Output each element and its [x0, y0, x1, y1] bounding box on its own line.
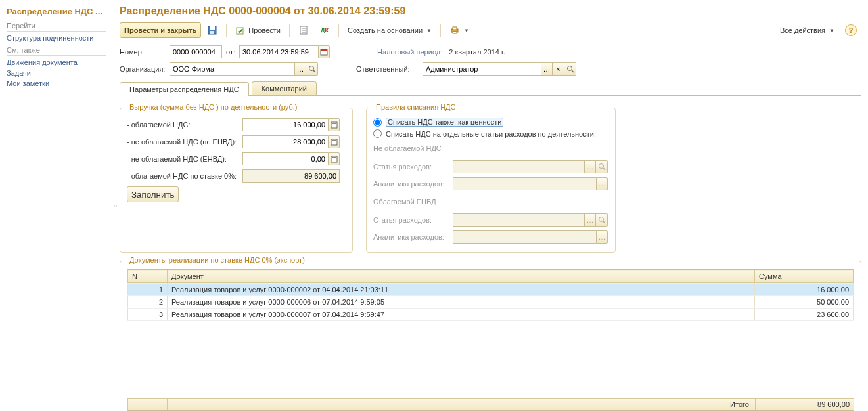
post-and-close-button[interactable]: Провести и закрыть	[120, 22, 201, 38]
org-select-button[interactable]: …	[294, 62, 306, 76]
splitter[interactable]: ⋮	[112, 0, 117, 411]
ellipsis-icon: …	[599, 180, 606, 188]
col-doc[interactable]: Документ	[168, 270, 755, 283]
create-based-on-label: Создать на основании	[348, 26, 423, 34]
responsible-input-group: … ×	[423, 62, 576, 76]
sidebar-link-tasks[interactable]: Задачи	[7, 68, 106, 78]
dtct-icon: ДК	[319, 25, 330, 35]
sidebar-section-see-also: См. также	[7, 43, 106, 56]
svg-rect-2	[210, 31, 214, 34]
table-row[interactable]: 2 Реализация товаров и услуг 0000-000006…	[128, 296, 854, 309]
vat-zero-input	[242, 169, 340, 183]
separator	[338, 24, 339, 37]
fill-button[interactable]: Заполнить	[127, 186, 179, 202]
writeoff-separate-label: Списать НДС на отдельные статьи расходов…	[386, 130, 596, 138]
help-button[interactable]: ?	[840, 22, 861, 38]
svg-line-14	[313, 70, 315, 72]
tab-comment[interactable]: Комментарий	[252, 81, 317, 95]
cell-doc: Реализация товаров и услуг 0000-000006 о…	[168, 296, 755, 309]
col-sum[interactable]: Сумма	[755, 270, 854, 283]
expense-item-open-1	[596, 160, 608, 173]
chevron-down-icon: ▼	[829, 28, 834, 33]
org-input[interactable]	[170, 62, 294, 76]
svg-point-15	[567, 66, 572, 71]
writeoff-separate-radio[interactable]	[373, 129, 382, 138]
number-input[interactable]	[170, 45, 222, 58]
separator	[440, 24, 441, 37]
tax-period-value: 2 квартал 2014 г.	[449, 48, 505, 56]
responsible-label: Ответственный:	[356, 65, 419, 73]
cell-sum: 50 000,00	[755, 296, 854, 309]
svg-rect-20	[332, 140, 336, 141]
ellipsis-icon: …	[297, 65, 304, 73]
expense-analytics-select-2: …	[596, 230, 608, 244]
cell-sum: 23 600,00	[755, 309, 854, 321]
svg-rect-3	[237, 28, 243, 34]
total-label: Итого:	[167, 399, 755, 410]
sidebar-link-notes[interactable]: Мои заметки	[7, 78, 106, 89]
expense-analytics-input-1	[453, 177, 596, 190]
print-button[interactable]: ▼	[445, 22, 474, 38]
page-title: Распределение НДС 0000-000004 от 30.06.2…	[120, 3, 861, 22]
sidebar-title: Распределение НДС ...	[7, 4, 106, 19]
responsible-select-button[interactable]: …	[541, 62, 553, 76]
svg-rect-12	[321, 49, 327, 51]
dtct-button[interactable]: ДК	[315, 22, 334, 38]
all-actions-label: Все действия	[780, 26, 825, 34]
calculator-icon	[329, 154, 339, 164]
table-row[interactable]: 1 Реализация товаров и услуг 0000-000002…	[128, 284, 854, 296]
docs-grid: N Документ Сумма 1 Реализация товаров и …	[127, 269, 854, 411]
org-open-button[interactable]	[306, 62, 318, 76]
sidebar-link-structure[interactable]: Структура подчиненности	[7, 33, 106, 43]
magnifier-icon	[597, 215, 607, 225]
expense-analytics-label-2: Аналитика расходов:	[373, 233, 449, 241]
main: Распределение НДС 0000-000004 от 30.06.2…	[117, 0, 868, 411]
cell-n: 1	[128, 284, 168, 296]
svg-line-24	[603, 168, 605, 170]
non-vat-sub-legend: Не облагаемой НДС	[373, 142, 459, 154]
svg-rect-9	[453, 27, 457, 30]
post-button[interactable]: Провести	[231, 22, 285, 38]
col-n[interactable]: N	[128, 270, 168, 283]
magnifier-icon	[307, 64, 317, 74]
svg-rect-22	[332, 157, 336, 158]
save-button[interactable]	[202, 22, 222, 38]
no-vat-no-envd-calc-button[interactable]	[328, 135, 340, 148]
sidebar-link-movements[interactable]: Движения документа	[7, 57, 106, 68]
row-org-resp: Организация: … Ответственный: … ×	[120, 60, 861, 77]
date-input[interactable]	[239, 45, 318, 58]
no-vat-no-envd-input[interactable]	[242, 135, 328, 148]
docs-table-body[interactable]: 1 Реализация товаров и услуг 0000-000002…	[127, 283, 854, 398]
tab-params[interactable]: Параметры распределения НДС	[120, 82, 249, 96]
expense-item-label-1: Статья расходов:	[373, 163, 449, 171]
writeoff-same-radio[interactable]	[373, 118, 382, 127]
all-actions-button[interactable]: Все действия ▼	[775, 22, 839, 38]
responsible-open-button[interactable]	[564, 62, 576, 76]
no-vat-envd-calc-button[interactable]	[328, 152, 340, 165]
svg-rect-18	[332, 123, 336, 124]
rules-legend: Правила списания НДС	[373, 103, 459, 111]
vat-zero-label: - облагаемой НДС по ставке 0%:	[127, 172, 239, 180]
svg-point-25	[599, 217, 603, 222]
post-label: Провести	[248, 26, 281, 34]
table-row[interactable]: 3 Реализация товаров и услуг 0000-000007…	[128, 309, 854, 321]
report-button[interactable]	[294, 22, 313, 38]
expense-analytics-input-2	[453, 230, 596, 244]
vat-calc-button[interactable]	[328, 118, 340, 131]
separator	[226, 24, 227, 37]
responsible-clear-button[interactable]: ×	[553, 62, 564, 76]
calendar-button[interactable]	[318, 45, 330, 58]
ellipsis-icon: …	[543, 65, 551, 73]
expense-item-input-1	[453, 160, 584, 173]
docs-table-header: N Документ Сумма	[127, 270, 854, 283]
no-vat-envd-input[interactable]	[242, 152, 328, 165]
revenue-legend: Выручка (сумма без НДС ) по деятельности…	[127, 103, 300, 111]
create-based-on-button[interactable]: Создать на основании ▼	[343, 22, 436, 38]
vat-input[interactable]	[242, 118, 328, 131]
writeoff-same-label: Списать НДС также, как ценности	[386, 118, 503, 127]
docs-legend: Документы реализации по ставке НДС 0% (э…	[127, 256, 308, 264]
tabs: Параметры распределения НДС Комментарий	[120, 81, 861, 96]
calculator-icon	[329, 119, 339, 130]
ellipsis-icon: …	[587, 163, 594, 171]
responsible-input[interactable]	[423, 62, 541, 76]
